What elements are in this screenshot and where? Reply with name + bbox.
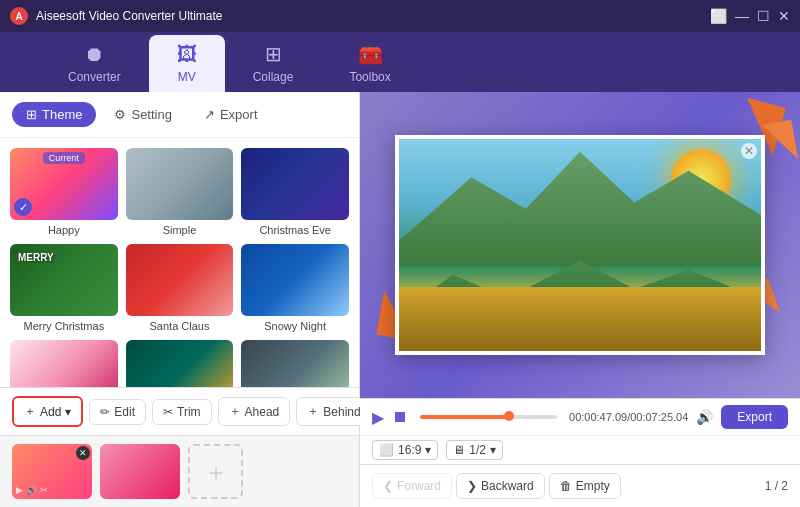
backward-label: Backward [481,479,534,493]
tab-mv-label: MV [178,70,196,84]
add-icon: ＋ [24,403,36,420]
cut-icon: ✂ [40,485,48,495]
theme-thumb-stripes-waves [10,340,118,387]
preview-close-btn[interactable]: ✕ [741,143,757,159]
converter-icon: ⏺ [84,43,104,66]
ahead-icon: ＋ [229,403,241,420]
tab-toolbox-label: Toolbox [349,70,390,84]
behind-label: Behind [323,405,360,419]
deco-triangle-2 [762,120,798,165]
theme-label-santa-claus: Santa Claus [150,320,210,332]
theme-thumb-christmas-eve [241,148,349,220]
tab-collage[interactable]: ⊞ Collage [225,34,322,92]
tab-theme[interactable]: ⊞ Theme [12,102,96,127]
empty-label: Empty [576,479,610,493]
preview-area: ✕ [360,92,800,398]
restore-btn[interactable]: ☐ [757,8,770,24]
quality-icon: 🖥 [453,443,465,457]
theme-item-santa-claus[interactable]: Santa Claus [126,244,234,332]
backward-button[interactable]: ❯ Backward [456,473,545,499]
export-tab-label: Export [220,107,258,122]
theme-item-happy[interactable]: ✓CurrentHappy [10,148,118,236]
timeline-icons-1: ▶ 🔊 ✂ [16,485,48,495]
forward-button[interactable]: ❮ Forward [372,473,452,499]
theme-thumb-santa-claus [126,244,234,316]
player-time: 00:00:47.09/00:07:25.04 [569,411,688,423]
controls-bar2: ⬜ 16:9 ▾ 🖥 1/2 ▾ [360,435,800,464]
volume-icon[interactable]: 🔊 [696,409,713,425]
theme-label-christmas-eve: Christmas Eve [259,224,331,236]
theme-thumb-simple [126,148,234,220]
quality-dropdown-icon: ▾ [490,443,496,457]
trash-icon: 🗑 [560,479,572,493]
export-icon: ↗ [204,107,215,122]
theme-thumb-merry-christmas: MERRY [10,244,118,316]
quality-value: 1/2 [469,443,486,457]
ahead-button[interactable]: ＋ Ahead [218,397,291,426]
theme-item-snowy-night[interactable]: Snowy Night [241,244,349,332]
edit-button[interactable]: ✏ Edit [89,399,146,425]
close-btn[interactable]: ✕ [778,8,790,24]
theme-item-christmas-eve[interactable]: Christmas Eve [241,148,349,236]
theme-item-christmas-tree[interactable]: Christmas Tree [126,340,234,387]
player-progress-dot [504,411,514,421]
ahead-label: Ahead [245,405,280,419]
app-icon: A [10,7,28,25]
quality-select[interactable]: 🖥 1/2 ▾ [446,440,503,460]
theme-item-simple[interactable]: Simple [126,148,234,236]
edit-icon: ✏ [100,405,110,419]
minimize-btn[interactable]: ⬜ [710,8,727,24]
panel-tabs: ⊞ Theme ⚙ Setting ↗ Export [0,92,359,138]
behind-icon: ＋ [307,403,319,420]
empty-button[interactable]: 🗑 Empty [549,473,621,499]
page-indicator: 1 / 2 [765,479,788,493]
setting-tab-label: Setting [131,107,171,122]
bottom-toolbar: ＋ Add ▾ ✏ Edit ✂ Trim ＋ Ahead ＋ Behind [0,387,359,435]
app-title: Aiseesoft Video Converter Ultimate [36,9,223,23]
top-nav: ⏺ Converter 🖼 MV ⊞ Collage 🧰 Toolbox [0,32,800,92]
theme-label-happy: Happy [48,224,80,236]
play-icon: ▶ [16,485,23,495]
player-bar: ▶ ⏹ 00:00:47.09/00:07:25.04 🔊 Export [360,398,800,435]
timeline-item-1[interactable]: ✕ ▶ 🔊 ✂ [12,444,92,499]
tab-converter-label: Converter [68,70,121,84]
title-bar-left: A Aiseesoft Video Converter Ultimate [10,7,223,25]
timeline-item-2[interactable] [100,444,180,499]
window-controls[interactable]: ⬜ — ☐ ✕ [710,8,790,24]
audio-icon: 🔊 [26,485,37,495]
theme-label-simple: Simple [163,224,197,236]
tab-setting[interactable]: ⚙ Setting [100,102,185,127]
add-label: Add [40,405,61,419]
trim-icon: ✂ [163,405,173,419]
add-button[interactable]: ＋ Add ▾ [12,396,83,427]
theme-thumb-snowy-night [241,244,349,316]
stop-button[interactable]: ⏹ [392,408,408,426]
forward-label: Forward [397,479,441,493]
player-progress[interactable] [420,415,557,419]
theme-check-icon: ✓ [14,198,32,216]
theme-item-merry-christmas[interactable]: MERRYMerry Christmas [10,244,118,332]
maximize-btn[interactable]: — [735,8,749,24]
export-button[interactable]: Export [721,405,788,429]
theme-item-stripes-waves[interactable]: Stripes & Waves [10,340,118,387]
play-button[interactable]: ▶ [372,408,384,427]
left-panel: ⊞ Theme ⚙ Setting ↗ Export ✓CurrentHappy… [0,92,360,507]
tab-toolbox[interactable]: 🧰 Toolbox [321,34,418,92]
forward-icon: ❮ [383,479,393,493]
theme-label-merry-christmas: Merry Christmas [23,320,104,332]
theme-item-beautiful-christmas[interactable]: Beautiful Christmas [241,340,349,387]
setting-icon: ⚙ [114,107,126,122]
timeline-close-1[interactable]: ✕ [76,446,90,460]
trim-button[interactable]: ✂ Trim [152,399,212,425]
right-panel: ✕ ▶ ⏹ 00:00:47.09/00:07:25.04 🔊 Export ⬜… [360,92,800,507]
tab-converter[interactable]: ⏺ Converter [40,35,149,92]
player-progress-fill [420,415,509,419]
tab-export[interactable]: ↗ Export [190,102,272,127]
theme-thumb-christmas-tree [126,340,234,387]
tab-mv[interactable]: 🖼 MV [149,35,225,92]
trim-label: Trim [177,405,201,419]
theme-thumb-happy: ✓Current [10,148,118,220]
timeline-add-button[interactable]: ＋ [188,444,243,499]
mv-icon: 🖼 [177,43,197,66]
ratio-select[interactable]: ⬜ 16:9 ▾ [372,440,438,460]
